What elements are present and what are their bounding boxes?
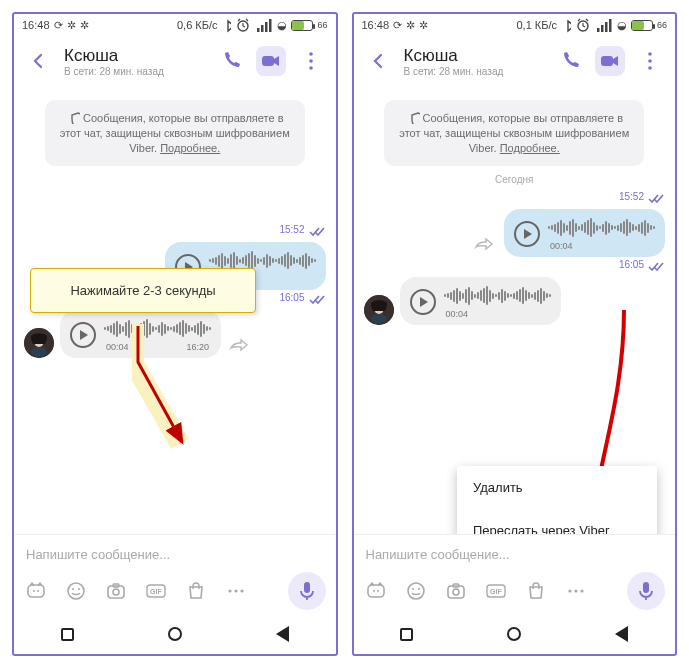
status-time: 16:48 (362, 19, 390, 31)
instruction-callout: Нажимайте 2-3 секунды (30, 268, 256, 313)
avatar[interactable] (24, 328, 54, 358)
voice-message-in[interactable]: 00:04 (400, 277, 561, 325)
call-button[interactable] (555, 46, 585, 76)
waveform (548, 217, 655, 239)
nav-home[interactable] (168, 627, 182, 641)
gear-icon: ✲ (67, 19, 76, 32)
call-button[interactable] (216, 46, 246, 76)
status-net: 0,1 КБ/с (516, 19, 557, 31)
back-button[interactable] (24, 46, 54, 76)
mic-button[interactable] (627, 572, 665, 610)
video-call-button[interactable] (256, 46, 286, 76)
encryption-notice: Сообщения, которые вы отправляете в этот… (45, 100, 305, 166)
avatar[interactable] (364, 295, 394, 325)
nav-back[interactable] (276, 626, 289, 642)
android-navbar (14, 614, 336, 654)
voice-message-out[interactable]: 00:04 (504, 209, 665, 257)
status-bar: 16:48 ⟳ ✲ ✲ 0,1 КБ/с ◒ 66 (354, 14, 676, 36)
emoji-icon[interactable] (404, 579, 428, 603)
contact-block[interactable]: Ксюша В сети: 28 мин. назад (64, 46, 206, 77)
gif-icon[interactable] (144, 579, 168, 603)
message-input[interactable]: Напишите сообщение... (364, 541, 666, 572)
wifi-icon: ◒ (617, 19, 627, 32)
camera-icon[interactable] (104, 579, 128, 603)
signal-icon (595, 18, 613, 32)
more-attach-icon[interactable] (224, 579, 248, 603)
menu-forward-viber[interactable]: Переслать через Viber (457, 509, 657, 534)
voice-message-in-row: 00:04 (364, 277, 666, 325)
forward-icon[interactable] (227, 334, 249, 358)
back-button[interactable] (364, 46, 394, 76)
message-input-bar: Напишите сообщение... (14, 534, 336, 614)
sticker-icon[interactable] (364, 579, 388, 603)
nav-recents[interactable] (400, 628, 413, 641)
more-attach-icon[interactable] (564, 579, 588, 603)
contact-name: Ксюша (64, 46, 206, 66)
contact-name: Ксюша (404, 46, 546, 66)
battery-pct: 66 (657, 20, 667, 30)
sync-icon: ⟳ (393, 19, 402, 32)
msg-time: 16:05 (619, 259, 665, 271)
chat-header: Ксюша В сети: 28 мин. назад (354, 36, 676, 86)
forward-icon[interactable] (472, 233, 494, 257)
shop-icon[interactable] (524, 579, 548, 603)
play-button[interactable] (410, 289, 436, 315)
encryption-notice: Сообщения, которые вы отправляете в этот… (384, 100, 644, 166)
camera-icon[interactable] (444, 579, 468, 603)
last-seen: В сети: 28 мин. назад (404, 66, 546, 77)
nav-back[interactable] (615, 626, 628, 642)
signal-icon (255, 18, 273, 32)
encryption-more-link[interactable]: Подробнее. (500, 142, 560, 154)
message-input-bar: Напишите сообщение... (354, 534, 676, 614)
sync-icon: ⟳ (54, 19, 63, 32)
wifi-icon: ◒ (277, 19, 287, 32)
status-bar: 16:48 ⟳ ✲ ✲ 0,6 КБ/с ◒ 66 (14, 14, 336, 36)
voice-duration: 00:04 (446, 309, 469, 319)
battery-pct: 66 (317, 20, 327, 30)
alarm-icon (575, 17, 591, 33)
video-call-button[interactable] (595, 46, 625, 76)
bluetooth-icon (221, 17, 231, 33)
waveform (444, 285, 551, 307)
voice-duration: 00:04 (106, 342, 129, 352)
more-button[interactable] (635, 46, 665, 76)
date-separator: Сегодня (364, 174, 666, 185)
message-input[interactable]: Напишите сообщение... (24, 541, 326, 572)
shop-icon[interactable] (184, 579, 208, 603)
mic-button[interactable] (288, 572, 326, 610)
gear-icon-2: ✲ (80, 19, 89, 32)
gif-icon[interactable] (484, 579, 508, 603)
play-button[interactable] (514, 221, 540, 247)
last-seen: В сети: 28 мин. назад (64, 66, 206, 77)
msg-time: 15:52 (619, 191, 665, 203)
callout-text: Нажимайте 2-3 секунды (70, 283, 215, 298)
nav-recents[interactable] (61, 628, 74, 641)
msg-time: 15:52 (279, 224, 325, 236)
more-button[interactable] (296, 46, 326, 76)
context-menu: Удалить Переслать через Viber (457, 466, 657, 534)
msg-time: 16:05 (279, 292, 325, 304)
voice-duration: 00:04 (550, 241, 573, 251)
nav-home[interactable] (507, 627, 521, 641)
contact-block[interactable]: Ксюша В сети: 28 мин. назад (404, 46, 546, 77)
phone-right: 16:48 ⟳ ✲ ✲ 0,1 КБ/с ◒ 66 Ксюша В сети: … (352, 12, 678, 656)
battery-icon (631, 20, 653, 31)
callout-arrow (132, 324, 202, 464)
gear-icon-2: ✲ (419, 19, 428, 32)
play-button[interactable] (70, 322, 96, 348)
status-net: 0,6 КБ/с (177, 19, 218, 31)
battery-icon (291, 20, 313, 31)
phone-left: 16:48 ⟳ ✲ ✲ 0,6 КБ/с ◒ 66 Ксюша В сети: … (12, 12, 338, 656)
android-navbar (354, 614, 676, 654)
chat-area[interactable]: Сообщения, которые вы отправляете в этот… (354, 86, 676, 534)
status-time: 16:48 (22, 19, 50, 31)
chat-header: Ксюша В сети: 28 мин. назад (14, 36, 336, 86)
encryption-more-link[interactable]: Подробнее. (160, 142, 220, 154)
bluetooth-icon (561, 17, 571, 33)
menu-delete[interactable]: Удалить (457, 466, 657, 509)
voice-message-out-row: 15:52 (24, 224, 326, 236)
alarm-icon (235, 17, 251, 33)
sticker-icon[interactable] (24, 579, 48, 603)
chat-area[interactable]: Сообщения, которые вы отправляете в этот… (14, 86, 336, 534)
emoji-icon[interactable] (64, 579, 88, 603)
